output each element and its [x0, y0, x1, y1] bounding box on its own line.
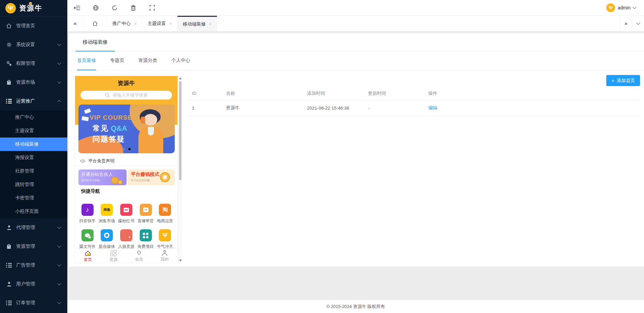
nav-item-profile[interactable]: 我的: [152, 249, 177, 263]
phone-bottom-nav: 首页 资源 会员 我的: [75, 248, 177, 263]
nav-item-membership[interactable]: 会员: [126, 249, 152, 263]
carousel-dot-active[interactable]: [128, 148, 131, 150]
tab-resource-category[interactable]: 资源分类: [138, 51, 157, 70]
user-menu[interactable]: Ψ admin: [606, 3, 644, 12]
sidebar-item-orders[interactable]: 订单管理: [0, 294, 67, 312]
quick-nav-item[interactable]: 新自媒体: [97, 229, 117, 249]
tab-personal-center[interactable]: 个人中心: [171, 51, 190, 70]
tab-mobile-decoration[interactable]: 移动端装修×: [177, 16, 217, 31]
livechat-icon: [140, 204, 152, 216]
cell-name: 资源牛: [226, 105, 307, 111]
chevron-down-icon: [57, 80, 61, 83]
sidebar-item-label: 订单管理: [16, 300, 35, 306]
tab-promo-center[interactable]: 推广中心×: [107, 16, 142, 31]
quick-nav-item[interactable]: 免费项目: [136, 229, 156, 249]
submenu-item-poster-settings[interactable]: 海报设置: [0, 151, 67, 164]
banner-illustration: [141, 117, 145, 124]
person-icon: [162, 250, 167, 256]
submenu-item-redirect[interactable]: 跳转管理: [0, 178, 67, 191]
submenu-item-theme-settings[interactable]: 主题设置: [0, 124, 67, 138]
fullscreen-icon[interactable]: [143, 0, 162, 16]
submenu-item-mobile-decoration[interactable]: 移动端装修: [0, 138, 67, 151]
quick-nav-item[interactable]: ♪抖音快手: [78, 204, 97, 224]
xianyu-icon: 闲鱼: [101, 204, 113, 216]
content-panel: 移动端装修 首页装修 专题页 资源分类 个人中心 资源牛 请输入关键字搜索: [69, 33, 644, 267]
homepage-table: ID 名称 添加时间 更新时间 操作 1 资源牛 2021-06-22 15:4…: [189, 87, 640, 116]
close-icon[interactable]: ×: [134, 21, 137, 26]
phone-notice-bar[interactable]: 平台免责声明: [75, 156, 177, 166]
quick-nav-title: 快捷导航: [81, 188, 100, 194]
submenu-item-miniprogram-pages[interactable]: 小程序页面: [0, 205, 67, 218]
chevron-up-icon: [57, 100, 61, 104]
promo-card-earn-money[interactable]: 平台赚钱模式 学习知识把钱赚 赚: [128, 169, 175, 185]
sidebar-item-resource-market[interactable]: 资源市场: [0, 73, 67, 92]
logo[interactable]: Ψ 资源牛: [0, 0, 67, 16]
agent-icon: [6, 225, 12, 230]
phone-banner[interactable]: VIP COURSE 常见Q&A 问题答疑: [78, 105, 175, 153]
submenu-item-card-keys[interactable]: 卡密管理: [0, 191, 67, 205]
sidebar-item-ads[interactable]: 广告管理: [0, 256, 67, 275]
tab-special-page[interactable]: 专题页: [110, 51, 124, 70]
window-tab-bar: « 推广中心× 主题设置× 移动端装修× »: [67, 16, 644, 32]
notice-text: 平台免责声明: [88, 158, 114, 164]
tab-options-button[interactable]: [632, 16, 644, 31]
sidebar-item-system-settings[interactable]: 系统设置: [0, 35, 67, 54]
refresh-icon[interactable]: [105, 0, 124, 16]
quick-nav-item[interactable]: 闲鱼闲鱼市场: [97, 204, 117, 224]
sidebar: Ψ 资源牛 管理首页 系统设置 权限管理 资源市场 运营推广 推广中心 主题设置…: [0, 0, 67, 313]
fourdots-icon: [140, 229, 152, 241]
col-updated: 更新时间: [368, 90, 428, 96]
carousel-dots: [78, 148, 175, 150]
page-tabs: 首页装修 专题页 资源分类 个人中心: [69, 51, 644, 71]
banner-decoration: [84, 108, 91, 114]
submenu-item-promo-center[interactable]: 推广中心: [0, 111, 67, 124]
quick-nav-item[interactable]: 淘电商运营: [155, 204, 175, 224]
col-id: ID: [189, 91, 226, 96]
sidebar-item-operations[interactable]: 运营推广: [0, 92, 67, 111]
mobile-preview-canvas[interactable]: 资源牛 请输入关键字搜索 VIP COURSE 常见Q&A 问题答疑: [75, 76, 178, 263]
add-homepage-button[interactable]: + 添加首页: [606, 75, 640, 86]
close-icon[interactable]: ×: [169, 21, 172, 26]
quick-nav-item[interactable]: 爆文写作: [78, 229, 97, 249]
scroll-up-icon[interactable]: [179, 77, 182, 79]
chevron-down-icon: [57, 42, 61, 46]
scroll-down-icon[interactable]: [179, 260, 182, 262]
sidebar-item-users[interactable]: 用户管理: [0, 275, 67, 294]
quick-nav-item[interactable]: ♥人脉资源: [116, 229, 136, 249]
nav-item-home[interactable]: 首页: [75, 249, 101, 263]
sidebar-item-dashboard[interactable]: 管理首页: [0, 16, 67, 35]
close-icon[interactable]: ×: [209, 22, 212, 27]
scrollbar-thumb[interactable]: [179, 81, 181, 180]
home-icon: [84, 250, 91, 256]
phone-search-bar[interactable]: 请输入关键字搜索: [80, 91, 172, 100]
submenu-item-community[interactable]: 社群管理: [0, 164, 67, 178]
quick-nav-item[interactable]: Ψ牛气冲天: [155, 229, 175, 249]
preview-scrollbar[interactable]: [178, 76, 182, 263]
edit-link[interactable]: 编辑: [428, 105, 437, 110]
scroll-tabs-left-button[interactable]: «: [67, 16, 83, 31]
tab-bar-spacer: [217, 16, 620, 31]
scroll-tabs-right-button[interactable]: »: [620, 16, 632, 31]
globe-icon[interactable]: [86, 0, 105, 16]
home-icon: [92, 21, 98, 26]
quick-nav-item[interactable]: 爆粉红书: [116, 204, 136, 224]
banner-line2: 常见Q&A: [93, 123, 127, 133]
promo-card-branch-partner[interactable]: 开通分站合伙人 成为站长当老板: [78, 169, 127, 185]
logo-accent-icon: [29, 2, 32, 5]
chevron-down-icon: [57, 61, 61, 65]
sidebar-item-permissions[interactable]: 权限管理: [0, 54, 67, 73]
collapse-sidebar-icon[interactable]: [67, 0, 86, 16]
trash-icon[interactable]: [124, 0, 143, 16]
home-tab[interactable]: [83, 16, 107, 31]
nav-item-resources[interactable]: 资源: [101, 249, 126, 263]
coin-icon: 赚: [160, 172, 170, 182]
tab-home-decoration[interactable]: 首页装修: [77, 51, 96, 70]
sidebar-item-resources[interactable]: 资源管理: [0, 237, 67, 256]
quick-nav-row-1: ♪抖音快手 闲鱼闲鱼市场 爆粉红书 直播带货 淘电商运营: [75, 204, 177, 224]
tab-theme-settings[interactable]: 主题设置×: [142, 16, 178, 31]
sidebar-item-agents[interactable]: 代理管理: [0, 218, 67, 237]
contacts-icon: ♥: [120, 229, 132, 241]
carousel-dot[interactable]: [123, 148, 125, 150]
avatar: Ψ: [606, 3, 615, 12]
quick-nav-item[interactable]: 直播带货: [136, 204, 156, 224]
